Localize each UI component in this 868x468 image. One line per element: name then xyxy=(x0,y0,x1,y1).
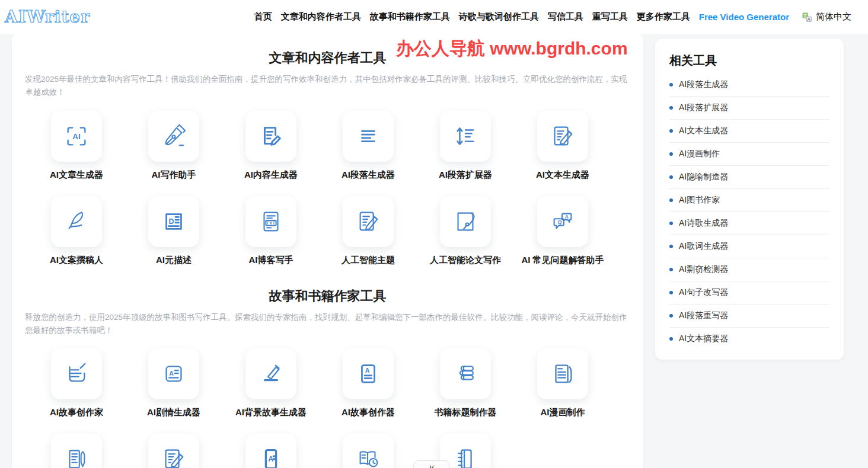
ai-frame-icon[interactable]: AI xyxy=(51,111,102,162)
tool-label[interactable]: AI文本生成器 xyxy=(536,169,589,181)
expand-more-button[interactable]: ∨ xyxy=(413,460,450,468)
tool-label[interactable]: AI博客写手 xyxy=(249,255,293,266)
essay-pen-icon[interactable] xyxy=(440,196,491,247)
tool-card[interactable]: AI背景故事生成器 xyxy=(222,348,320,434)
related-tool-item[interactable]: AI歌词生成器 xyxy=(669,235,829,258)
related-tools-title: 相关工具 xyxy=(669,53,829,69)
tool-label[interactable]: AI背景故事生成器 xyxy=(235,407,307,418)
tool-card[interactable] xyxy=(320,434,417,468)
tool-label[interactable]: AI元描述 xyxy=(156,255,192,266)
tool-card[interactable]: AI故事创作家 xyxy=(28,348,125,434)
tool-card[interactable]: QAAI 常见问题解答助手 xyxy=(514,196,611,281)
tool-card[interactable]: AAI剧情生成器 xyxy=(125,348,222,434)
books-icon[interactable] xyxy=(440,348,491,399)
tool-card[interactable]: AI文本生成器 xyxy=(514,111,611,196)
tool-label[interactable]: 人工智能主题 xyxy=(342,255,395,266)
main-nav: 首页文章和内容作者工具故事和书籍作家工具诗歌与歌词创作工具写信工具重写工具更多作… xyxy=(254,11,789,23)
tool-card[interactable]: A xyxy=(222,434,320,468)
related-tool-item[interactable]: AI段落重写器 xyxy=(669,304,829,328)
news-pages-icon[interactable] xyxy=(537,348,588,399)
nav-item-1[interactable]: 首页 xyxy=(254,11,272,23)
tool-card[interactable]: AI漫画制作 xyxy=(514,348,611,434)
tool-card[interactable]: AAI故事创作器 xyxy=(320,348,417,434)
tool-card[interactable]: DAI元描述 xyxy=(125,196,222,281)
related-tool-label: AI歌词生成器 xyxy=(679,241,728,252)
tool-label[interactable]: AI内容生成器 xyxy=(244,169,298,181)
tool-label[interactable]: AI剧情生成器 xyxy=(147,407,200,418)
paper-pencil-icon[interactable] xyxy=(343,196,394,247)
tool-card[interactable]: AI内容生成器 xyxy=(222,111,320,196)
nav-item-7[interactable]: 更多作家工具 xyxy=(637,11,690,23)
tool-card[interactable]: AIAI文章生成器 xyxy=(28,111,125,196)
nav-item-8[interactable]: Free Video Generator xyxy=(699,12,789,22)
related-tool-item[interactable]: AI句子改写器 xyxy=(669,281,829,304)
tool-label[interactable]: AI文案撰稿人 xyxy=(50,255,103,266)
tool-card[interactable]: AI段落扩展器 xyxy=(417,111,514,196)
related-tool-item[interactable]: AI隐喻制造器 xyxy=(669,166,829,189)
tool-card[interactable]: AI文案撰稿人 xyxy=(28,196,125,281)
quill-icon[interactable] xyxy=(51,196,102,247)
tool-card[interactable]: TXTAI博客写手 xyxy=(222,196,320,281)
language-switcher[interactable]: 文A 简体中文 xyxy=(802,11,851,23)
book-clock-icon[interactable] xyxy=(343,434,394,468)
tool-card[interactable]: 人工智能论文写作 xyxy=(417,196,514,281)
tool-label[interactable]: AI段落扩展器 xyxy=(439,169,492,181)
site-logo[interactable]: AIWriter xyxy=(5,7,90,27)
bullet-icon xyxy=(669,129,673,133)
tool-label[interactable]: AI文章生成器 xyxy=(50,169,103,181)
related-tool-item[interactable]: AI图书作家 xyxy=(669,189,829,212)
svg-text:A: A xyxy=(365,367,370,374)
tool-label[interactable]: AI段落生成器 xyxy=(342,169,395,181)
qa-bubbles-icon[interactable]: QA xyxy=(537,196,588,247)
tool-label[interactable]: 人工智能论文写作 xyxy=(430,255,501,266)
tool-card[interactable]: 书籍标题制作器 xyxy=(417,348,514,434)
expand-lines-icon[interactable] xyxy=(440,111,491,162)
tool-label[interactable]: AI写作助手 xyxy=(152,169,196,181)
tool-card[interactable] xyxy=(125,434,222,468)
bullet-icon xyxy=(669,291,673,294)
tool-card[interactable]: AI段落生成器 xyxy=(320,111,417,196)
paper-pencil-icon[interactable] xyxy=(148,434,199,468)
related-tool-label: AI段落重写器 xyxy=(679,310,728,321)
svg-text:A: A xyxy=(565,213,569,219)
related-tool-item[interactable]: AI文本摘要器 xyxy=(669,328,829,350)
story-edit-icon[interactable] xyxy=(51,348,102,399)
related-tool-label: AI诗歌生成器 xyxy=(679,218,728,229)
related-tool-item[interactable]: AI剽窃检测器 xyxy=(669,258,829,281)
related-tool-item[interactable]: AI漫画制作 xyxy=(669,143,829,166)
related-tool-label: AI剽窃检测器 xyxy=(679,264,728,275)
tool-card[interactable]: AI写作助手 xyxy=(125,111,222,196)
translate-icon: 文A xyxy=(802,12,812,22)
nav-item-4[interactable]: 诗歌与歌词创作工具 xyxy=(459,11,539,23)
nav-item-3[interactable]: 故事和书籍作家工具 xyxy=(370,11,450,23)
nav-item-2[interactable]: 文章和内容作者工具 xyxy=(281,11,361,23)
bullet-icon xyxy=(669,152,673,156)
a-card-icon[interactable]: A xyxy=(245,434,296,468)
related-tool-item[interactable]: AI段落生成器 xyxy=(669,73,829,97)
related-tool-item[interactable]: AI诗歌生成器 xyxy=(669,212,829,235)
nav-item-5[interactable]: 写信工具 xyxy=(548,11,583,23)
tool-label[interactable]: AI漫画制作 xyxy=(541,407,585,418)
doc-edit-icon[interactable] xyxy=(245,111,296,162)
related-tool-item[interactable]: AI段落扩展器 xyxy=(669,97,829,120)
a-box-icon[interactable]: A xyxy=(148,348,199,399)
related-tool-item[interactable]: AI文本生成器 xyxy=(669,120,829,143)
tool-card[interactable]: 人工智能主题 xyxy=(320,196,417,281)
meta-description-icon[interactable]: D xyxy=(148,196,199,247)
bullet-icon xyxy=(669,198,673,202)
related-tool-label: AI句子改写器 xyxy=(679,287,728,298)
pencil-line-icon[interactable] xyxy=(245,348,296,399)
txt-file-icon[interactable]: TXT xyxy=(245,196,296,247)
tool-label[interactable]: AI故事创作家 xyxy=(50,407,103,418)
pen-nib-icon[interactable] xyxy=(148,111,199,162)
tool-label[interactable]: AI故事创作器 xyxy=(342,407,395,418)
tool-card[interactable] xyxy=(28,434,125,468)
tool-label[interactable]: AI 常见问题解答助手 xyxy=(521,255,604,266)
doc-pen-icon[interactable] xyxy=(51,434,102,468)
nav-item-6[interactable]: 重写工具 xyxy=(592,11,628,23)
paragraph-lines-icon[interactable] xyxy=(343,111,394,162)
paper-pencil-icon[interactable] xyxy=(537,111,588,162)
svg-text:A: A xyxy=(169,370,174,377)
a-doc-icon[interactable]: A xyxy=(343,348,394,399)
tool-label[interactable]: 书籍标题制作器 xyxy=(435,407,497,418)
